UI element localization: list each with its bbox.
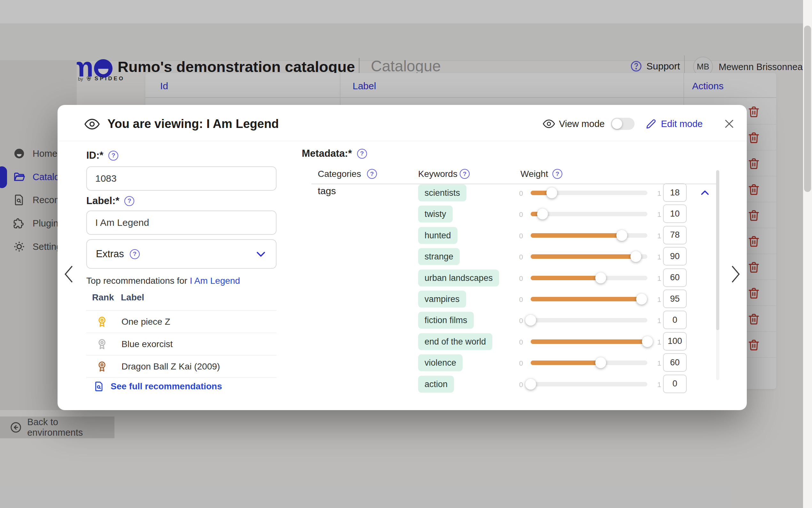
weight-value: 0 xyxy=(672,315,677,325)
weight-value: 78 xyxy=(670,230,680,240)
weight-value: 60 xyxy=(670,357,680,368)
keyword-row: scientists 0 1 18 xyxy=(57,182,747,204)
keyword-chip: hunted xyxy=(418,227,458,244)
weight-slider[interactable] xyxy=(531,233,648,238)
toggle-knob xyxy=(612,119,622,129)
weight-value-box[interactable]: 0 xyxy=(663,311,687,329)
weight-slider[interactable] xyxy=(531,254,648,259)
weight-value-box[interactable]: 100 xyxy=(663,332,687,351)
slider-knob[interactable] xyxy=(595,272,606,284)
view-mode-label: View mode xyxy=(559,119,605,129)
keyword-row: twisty 0 1 10 xyxy=(57,204,747,224)
slider-max-label: 1 xyxy=(657,253,661,261)
eye-icon xyxy=(543,119,555,129)
weight-slider[interactable] xyxy=(531,361,648,365)
keyword-row: fiction films 0 1 0 xyxy=(57,310,747,331)
keyword-row: urban landscapes 0 1 60 xyxy=(57,267,747,289)
weight-value: 18 xyxy=(670,188,680,198)
eye-icon xyxy=(84,118,100,130)
slider-fill xyxy=(531,339,648,344)
slider-min-label: 0 xyxy=(512,189,523,198)
slider-min-label: 0 xyxy=(512,296,523,304)
weight-slider[interactable] xyxy=(531,212,648,216)
slider-knob[interactable] xyxy=(630,251,641,262)
keyword-chip: urban landscapes xyxy=(418,269,499,286)
weight-slider[interactable] xyxy=(531,276,648,280)
slider-min-label: 0 xyxy=(512,211,523,219)
help-icon[interactable] xyxy=(367,169,377,179)
weight-slider[interactable] xyxy=(531,382,648,386)
slider-max-label: 1 xyxy=(657,338,661,346)
weight-value: 90 xyxy=(670,251,680,261)
slider-max-label: 1 xyxy=(657,381,661,389)
slider-knob[interactable] xyxy=(642,336,653,347)
page-scrollbar-thumb[interactable] xyxy=(804,26,811,192)
weight-value-box[interactable]: 95 xyxy=(663,290,687,308)
slider-max-label: 1 xyxy=(657,232,661,240)
weight-slider[interactable] xyxy=(531,318,648,323)
keyword-chip: scientists xyxy=(418,184,466,202)
keyword-chip: action xyxy=(418,376,454,392)
weight-value: 10 xyxy=(670,209,680,219)
weight-value-box[interactable]: 78 xyxy=(663,226,687,244)
weight-value: 60 xyxy=(670,272,680,283)
slider-knob[interactable] xyxy=(546,187,557,198)
help-icon[interactable] xyxy=(553,169,562,179)
keyword-chip: end of the world xyxy=(418,333,492,350)
modal-title: You are viewing: I Am Legend xyxy=(84,117,279,131)
slider-fill xyxy=(531,276,601,280)
keyword-row: strange 0 1 90 xyxy=(57,246,747,267)
slider-min-label: 0 xyxy=(512,232,523,240)
slider-fill xyxy=(531,254,636,259)
slider-max-label: 1 xyxy=(657,274,661,283)
slider-fill xyxy=(531,297,641,301)
slider-min-label: 0 xyxy=(512,338,523,346)
weight-value: 0 xyxy=(672,379,677,389)
weight-slider[interactable] xyxy=(531,297,648,301)
weight-value: 95 xyxy=(670,294,680,304)
slider-knob[interactable] xyxy=(525,379,536,390)
metadata-label: Metadata:* xyxy=(302,148,367,159)
help-icon[interactable] xyxy=(357,149,367,159)
weight-value-box[interactable]: 0 xyxy=(663,375,687,393)
weight-value-box[interactable]: 90 xyxy=(663,247,687,265)
slider-knob[interactable] xyxy=(537,209,548,219)
close-icon[interactable] xyxy=(723,118,735,130)
id-field-label: ID:* xyxy=(86,150,118,161)
weight-header: Weight xyxy=(520,169,548,179)
slider-knob[interactable] xyxy=(525,315,536,326)
keywords-header: Keywords xyxy=(418,169,458,179)
keyword-row: vampires 0 1 95 xyxy=(57,289,747,310)
keyword-chip: violence xyxy=(418,354,463,371)
help-icon[interactable] xyxy=(108,151,118,161)
slider-min-label: 0 xyxy=(512,274,523,283)
scrollbar-thumb[interactable] xyxy=(716,170,719,330)
edit-mode-button[interactable]: Edit mode xyxy=(661,119,703,129)
weight-value-box[interactable]: 10 xyxy=(663,204,687,223)
weight-value: 100 xyxy=(668,336,682,346)
slider-fill xyxy=(531,361,601,365)
keyword-row: end of the world 0 1 100 xyxy=(57,331,747,352)
modal-scrollbar[interactable] xyxy=(716,170,719,380)
weight-value-box[interactable]: 60 xyxy=(663,268,687,287)
slider-fill xyxy=(531,233,622,238)
slider-max-label: 1 xyxy=(657,296,661,304)
weight-slider[interactable] xyxy=(531,190,648,195)
keyword-chip: vampires xyxy=(418,291,466,308)
weight-slider[interactable] xyxy=(531,339,648,344)
weight-value-box[interactable]: 60 xyxy=(663,353,687,372)
page-scrollbar[interactable] xyxy=(803,0,812,508)
view-mode-toggle[interactable] xyxy=(611,118,634,130)
help-icon[interactable] xyxy=(460,169,470,179)
item-view-modal: You are viewing: I Am Legend View mode E… xyxy=(57,105,747,410)
slider-min-label: 0 xyxy=(512,381,523,389)
slider-max-label: 1 xyxy=(657,189,661,198)
slider-min-label: 0 xyxy=(512,317,523,325)
slider-knob[interactable] xyxy=(616,230,627,241)
modal-controls: View mode Edit mode xyxy=(543,118,735,130)
weight-value-box[interactable]: 18 xyxy=(663,183,687,202)
slider-knob[interactable] xyxy=(636,294,647,304)
keyword-chip: fiction films xyxy=(418,312,474,329)
slider-knob[interactable] xyxy=(595,357,606,368)
chevron-up-icon[interactable] xyxy=(700,187,710,198)
